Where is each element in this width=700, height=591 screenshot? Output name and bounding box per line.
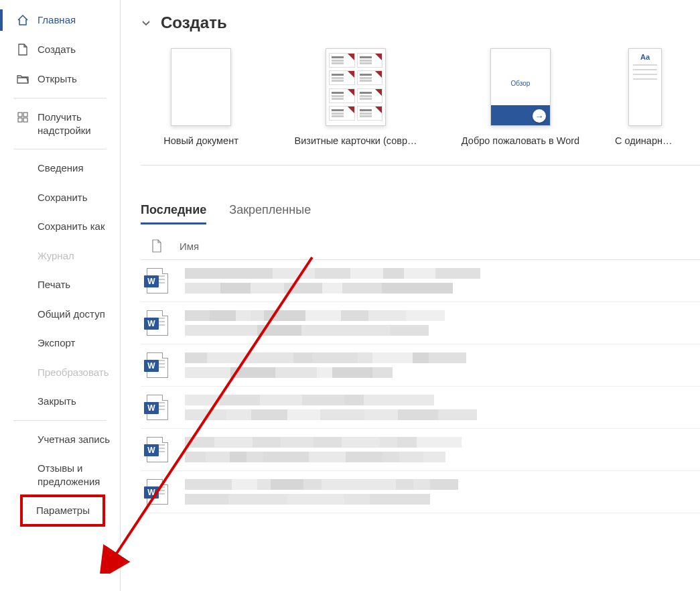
sidebar-item-label: Журнал (38, 249, 74, 263)
recent-file-row[interactable]: W (141, 302, 700, 344)
redacted-filename (185, 265, 700, 296)
recent-tabs: Последние Закрепленные (141, 203, 700, 224)
template-row: Новый документ Визитные карточки (совр… … (141, 48, 700, 166)
word-document-icon: W (146, 310, 169, 336)
sidebar-item-label: Экспорт (38, 336, 75, 350)
sidebar-item-label: Отзывы и предложения (38, 462, 111, 488)
template-thumb: Обзор → (490, 48, 551, 126)
sidebar-item-label: Сохранить (38, 191, 88, 204)
sidebar-item-label: Сохранить как (38, 220, 105, 233)
template-caption: Визитные карточки (совр… (285, 135, 426, 146)
sidebar-item-home[interactable]: Главная (0, 5, 120, 35)
svg-rect-2 (18, 118, 22, 122)
redacted-filename (185, 476, 700, 507)
tab-recent[interactable]: Последние (141, 203, 206, 224)
sidebar-item-addins[interactable]: Получить надстройки (0, 103, 120, 145)
template-caption: Добро пожаловать в Word (450, 135, 591, 146)
sidebar-item-label: Закрыть (38, 395, 76, 408)
section-title: Создать (161, 13, 227, 32)
sidebar-item-label: Общий доступ (38, 308, 105, 321)
template-aa-text: Aa (633, 53, 657, 61)
column-name: Имя (180, 241, 199, 252)
sidebar-item-label: Открыть (38, 72, 77, 86)
template-welcome[interactable]: Обзор → Добро пожаловать в Word (450, 48, 591, 146)
word-document-icon: W (146, 352, 169, 379)
sidebar-item-account[interactable]: Учетная запись (0, 425, 120, 454)
redacted-filename (185, 308, 700, 338)
template-thumb: Aa (628, 48, 662, 126)
word-document-icon: W (146, 267, 169, 294)
sidebar-item-label: Создать (38, 43, 76, 56)
word-document-icon: W (146, 478, 169, 505)
sidebar-separator (13, 98, 107, 98)
redacted-filename (185, 392, 700, 423)
template-thumb (326, 48, 386, 126)
word-document-icon: W (146, 394, 169, 421)
sidebar: Главная Создать Открыть Получить надстро… (0, 0, 121, 591)
main-panel: Создать Новый документ Визитные карточки… (121, 0, 700, 591)
sidebar-item-export[interactable]: Экспорт (0, 328, 120, 358)
recent-file-row[interactable]: W (141, 471, 700, 513)
folder-icon (16, 72, 29, 86)
grid-icon (16, 111, 29, 124)
redacted-filename (185, 350, 700, 381)
sidebar-separator (13, 149, 107, 149)
sidebar-item-transform: Преобразовать (0, 358, 120, 387)
sidebar-item-info[interactable]: Сведения (0, 153, 120, 183)
sidebar-item-label: Сведения (38, 161, 84, 175)
sidebar-item-feedback[interactable]: Отзывы и предложения (0, 454, 120, 496)
recent-file-row[interactable]: W (141, 387, 700, 429)
recent-files-list: WWWWWW (141, 260, 700, 513)
word-document-icon: W (146, 436, 169, 463)
recent-file-row[interactable]: W (141, 260, 700, 302)
svg-rect-0 (18, 113, 22, 117)
svg-rect-1 (23, 113, 27, 117)
sidebar-item-label: Главная (38, 13, 76, 27)
recent-file-row[interactable]: W (141, 429, 700, 471)
redacted-filename (185, 434, 700, 465)
recent-file-row[interactable]: W (141, 344, 700, 387)
sidebar-separator (13, 420, 107, 421)
template-caption: Новый документ (141, 135, 261, 146)
sidebar-item-open[interactable]: Открыть (0, 64, 120, 94)
svg-rect-3 (23, 118, 27, 122)
sidebar-item-label: Преобразовать (38, 366, 109, 379)
sidebar-item-close[interactable]: Закрыть (0, 387, 120, 416)
chevron-down-icon (141, 17, 151, 28)
sidebar-item-share[interactable]: Общий доступ (0, 300, 120, 329)
sidebar-item-save[interactable]: Сохранить (0, 183, 120, 212)
template-business-cards[interactable]: Визитные карточки (совр… (285, 48, 426, 146)
section-header-create[interactable]: Создать (141, 13, 700, 32)
sidebar-item-label: Параметры (36, 504, 90, 517)
sidebar-item-label: Печать (38, 278, 70, 291)
home-icon (16, 13, 29, 27)
sidebar-item-label: Получить надстройки (38, 111, 111, 137)
sidebar-item-new[interactable]: Создать (0, 35, 120, 64)
document-icon (16, 43, 29, 56)
template-blank[interactable]: Новый документ (141, 48, 261, 146)
arrow-right-icon: → (533, 109, 546, 123)
document-icon (151, 239, 180, 253)
sidebar-item-options[interactable]: Параметры (21, 496, 104, 525)
sidebar-item-history: Журнал (0, 241, 120, 271)
template-caption: С одинарным (615, 135, 675, 146)
recent-list-header: Имя (141, 233, 700, 260)
template-single-spacing[interactable]: Aa С одинарным (615, 48, 675, 146)
sidebar-item-label: Учетная запись (38, 433, 110, 446)
template-welcome-text: Обзор (491, 80, 550, 87)
sidebar-item-save-as[interactable]: Сохранить как (0, 212, 120, 241)
tab-pinned[interactable]: Закрепленные (229, 203, 311, 224)
sidebar-item-print[interactable]: Печать (0, 270, 120, 300)
template-thumb (171, 48, 231, 126)
